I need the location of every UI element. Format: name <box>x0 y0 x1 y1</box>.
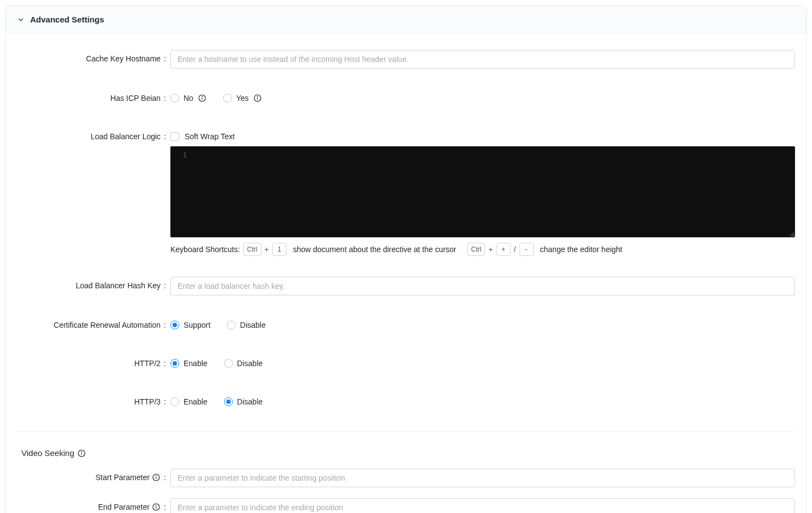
http2-enable-radio[interactable]: Enable <box>170 355 208 372</box>
radio-circle-icon <box>170 94 179 102</box>
kbd-minus: - <box>519 243 534 256</box>
label-icp-beian: Has ICP Beian: <box>17 89 170 107</box>
soft-wrap-checkbox[interactable] <box>170 132 179 141</box>
svg-point-10 <box>82 451 82 452</box>
http2-disable-radio[interactable]: Disable <box>224 355 263 372</box>
icp-beian-no-radio[interactable]: No <box>170 89 207 107</box>
video-seeking-title: Video Seeking <box>21 448 74 458</box>
code-editor[interactable]: 1 <box>170 146 795 237</box>
kbd-ctrl-2: Ctrl <box>467 243 485 256</box>
kbd-plus: + <box>496 243 511 256</box>
info-icon[interactable] <box>253 94 262 102</box>
http3-disable-radio[interactable]: Disable <box>224 393 263 411</box>
info-icon[interactable] <box>152 503 161 511</box>
svg-point-2 <box>202 96 203 97</box>
row-cert-renewal: Certificate Renewal Automation: Support … <box>17 316 795 334</box>
label-http2: HTTP/2: <box>17 355 170 372</box>
start-parameter-input[interactable] <box>170 469 795 487</box>
resize-handle-icon <box>788 231 794 236</box>
panel-header[interactable]: Advanced Settings <box>6 6 806 33</box>
label-end-parameter: End Parameter : <box>17 498 170 513</box>
radio-circle-selected-icon <box>224 397 233 406</box>
info-icon[interactable] <box>152 473 161 482</box>
radio-circle-icon <box>170 397 179 406</box>
label-load-balancer-logic: Load Balancer Logic: <box>17 128 170 145</box>
row-load-balancer-hash-key: Load Balancer Hash Key: <box>17 277 795 295</box>
radio-circle-icon <box>227 321 236 329</box>
row-start-parameter: Start Parameter : <box>17 469 795 487</box>
row-http2: HTTP/2: Enable Disable <box>17 355 795 372</box>
info-icon[interactable] <box>198 94 207 102</box>
svg-line-6 <box>790 232 794 236</box>
advanced-settings-panel: Advanced Settings Cache Key Hostname: Ha… <box>5 5 807 513</box>
video-seeking-title-row: Video Seeking <box>17 448 795 458</box>
end-parameter-input[interactable] <box>170 498 795 513</box>
panel-title: Advanced Settings <box>30 15 104 24</box>
radio-circle-selected-icon <box>170 359 179 368</box>
label-cache-key-hostname: Cache Key Hostname: <box>17 50 170 67</box>
row-cache-key-hostname: Cache Key Hostname: <box>17 50 795 69</box>
svg-point-5 <box>257 96 258 97</box>
label-http3: HTTP/3: <box>17 393 170 411</box>
keyboard-shortcuts-hint: Keyboard Shortcuts: Ctrl + 1 show docume… <box>170 243 795 256</box>
chevron-down-icon <box>17 16 25 24</box>
icp-beian-yes-radio[interactable]: Yes <box>223 89 262 107</box>
svg-point-16 <box>156 505 157 506</box>
cert-renewal-support-radio[interactable]: Support <box>170 316 210 334</box>
radio-circle-icon <box>224 359 233 368</box>
row-http3: HTTP/3: Enable Disable <box>17 393 795 411</box>
divider <box>17 431 795 432</box>
load-balancer-hash-key-input[interactable] <box>170 277 795 295</box>
soft-wrap-label: Soft Wrap Text <box>185 132 235 141</box>
svg-line-7 <box>792 234 794 236</box>
http3-enable-radio[interactable]: Enable <box>170 393 208 411</box>
row-end-parameter: End Parameter : <box>17 498 795 513</box>
kbd-1: 1 <box>272 243 287 256</box>
row-icp-beian: Has ICP Beian: No Yes <box>17 89 795 107</box>
label-cert-renewal: Certificate Renewal Automation: <box>17 316 170 334</box>
label-start-parameter: Start Parameter : <box>17 469 170 486</box>
radio-circle-selected-icon <box>170 321 179 329</box>
editor-gutter: 1 <box>170 146 192 163</box>
radio-circle-icon <box>223 94 232 102</box>
row-load-balancer-logic: Load Balancer Logic: Soft Wrap Text 1 Ke… <box>17 128 795 256</box>
panel-body: Cache Key Hostname: Has ICP Beian: No <box>6 33 806 513</box>
kbd-ctrl: Ctrl <box>243 243 261 256</box>
cache-key-hostname-input[interactable] <box>170 50 795 69</box>
cert-renewal-disable-radio[interactable]: Disable <box>227 316 266 334</box>
svg-point-13 <box>156 476 157 476</box>
label-load-balancer-hash-key: Load Balancer Hash Key: <box>17 277 170 294</box>
info-icon[interactable] <box>77 449 86 458</box>
